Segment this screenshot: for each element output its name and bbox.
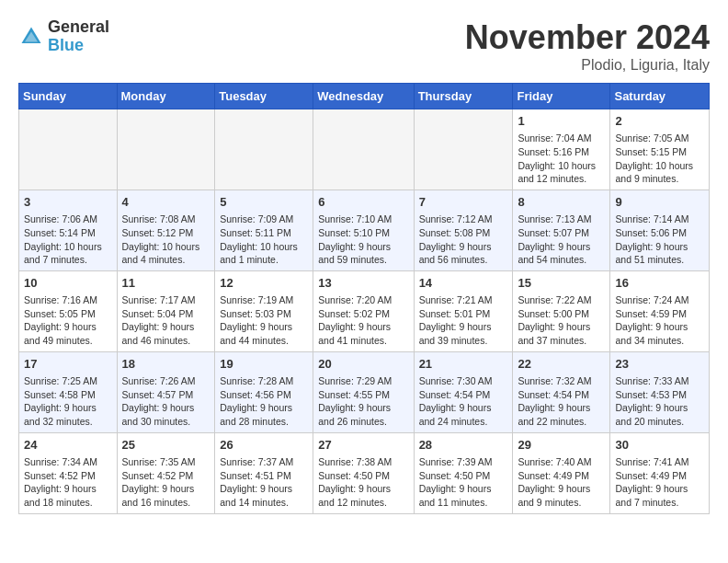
day-number: 20	[318, 356, 408, 373]
day-number: 2	[615, 113, 704, 130]
day-info: Sunrise: 7:30 AM Sunset: 4:54 PM Dayligh…	[419, 374, 508, 429]
day-info: Sunrise: 7:19 AM Sunset: 5:03 PM Dayligh…	[220, 293, 308, 348]
weekday-header: Thursday	[414, 84, 513, 109]
calendar-cell: 14Sunrise: 7:21 AM Sunset: 5:01 PM Dayli…	[414, 270, 513, 351]
calendar-cell: 10Sunrise: 7:16 AM Sunset: 5:05 PM Dayli…	[19, 270, 118, 351]
calendar-cell: 1Sunrise: 7:04 AM Sunset: 5:16 PM Daylig…	[513, 109, 610, 190]
day-number: 6	[318, 194, 408, 211]
day-number: 18	[122, 356, 210, 373]
calendar-cell: 22Sunrise: 7:32 AM Sunset: 4:54 PM Dayli…	[513, 351, 610, 432]
weekday-header: Monday	[117, 84, 215, 109]
logo-line2: Blue	[48, 37, 109, 55]
calendar-cell: 23Sunrise: 7:33 AM Sunset: 4:53 PM Dayli…	[610, 351, 710, 432]
day-info: Sunrise: 7:04 AM Sunset: 5:16 PM Dayligh…	[518, 132, 605, 186]
logo-icon	[18, 24, 44, 50]
calendar-cell: 11Sunrise: 7:17 AM Sunset: 5:04 PM Dayli…	[117, 270, 215, 351]
logo: General Blue	[18, 18, 109, 55]
day-number: 4	[122, 194, 210, 211]
day-number: 3	[24, 194, 112, 211]
day-info: Sunrise: 7:12 AM Sunset: 5:08 PM Dayligh…	[419, 213, 508, 267]
calendar-cell: 19Sunrise: 7:28 AM Sunset: 4:56 PM Dayli…	[215, 351, 313, 432]
weekday-header: Wednesday	[313, 84, 414, 109]
calendar-cell: 8Sunrise: 7:13 AM Sunset: 5:07 PM Daylig…	[513, 190, 610, 270]
day-info: Sunrise: 7:17 AM Sunset: 5:04 PM Dayligh…	[122, 293, 210, 348]
calendar-cell	[19, 109, 118, 190]
day-number: 30	[615, 437, 704, 454]
day-info: Sunrise: 7:16 AM Sunset: 5:05 PM Dayligh…	[24, 293, 112, 348]
calendar-cell: 7Sunrise: 7:12 AM Sunset: 5:08 PM Daylig…	[414, 190, 513, 270]
day-info: Sunrise: 7:09 AM Sunset: 5:11 PM Dayligh…	[220, 213, 308, 267]
day-number: 8	[518, 194, 605, 211]
logo-line1: General	[48, 18, 109, 37]
day-info: Sunrise: 7:40 AM Sunset: 4:49 PM Dayligh…	[518, 455, 605, 510]
calendar-header-row: SundayMondayTuesdayWednesdayThursdayFrid…	[19, 84, 710, 109]
calendar-cell: 25Sunrise: 7:35 AM Sunset: 4:52 PM Dayli…	[117, 432, 215, 513]
day-number: 10	[24, 275, 112, 292]
calendar-week-row: 17Sunrise: 7:25 AM Sunset: 4:58 PM Dayli…	[19, 351, 710, 432]
page-header: General Blue November 2024 Plodio, Ligur…	[18, 18, 710, 74]
day-info: Sunrise: 7:38 AM Sunset: 4:50 PM Dayligh…	[318, 455, 408, 510]
day-info: Sunrise: 7:08 AM Sunset: 5:12 PM Dayligh…	[122, 213, 210, 267]
day-info: Sunrise: 7:34 AM Sunset: 4:52 PM Dayligh…	[24, 455, 112, 510]
day-number: 19	[220, 356, 308, 373]
calendar-cell: 24Sunrise: 7:34 AM Sunset: 4:52 PM Dayli…	[19, 432, 118, 513]
day-info: Sunrise: 7:35 AM Sunset: 4:52 PM Dayligh…	[122, 455, 210, 510]
month-title: November 2024	[465, 18, 710, 57]
day-number: 26	[220, 437, 308, 454]
day-info: Sunrise: 7:22 AM Sunset: 5:00 PM Dayligh…	[518, 293, 605, 348]
calendar-week-row: 1Sunrise: 7:04 AM Sunset: 5:16 PM Daylig…	[19, 109, 710, 190]
calendar-cell: 29Sunrise: 7:40 AM Sunset: 4:49 PM Dayli…	[513, 432, 610, 513]
day-info: Sunrise: 7:39 AM Sunset: 4:50 PM Dayligh…	[419, 455, 508, 510]
day-info: Sunrise: 7:26 AM Sunset: 4:57 PM Dayligh…	[122, 374, 210, 429]
weekday-header: Sunday	[19, 84, 118, 109]
day-info: Sunrise: 7:21 AM Sunset: 5:01 PM Dayligh…	[419, 293, 508, 348]
calendar-cell: 17Sunrise: 7:25 AM Sunset: 4:58 PM Dayli…	[19, 351, 118, 432]
day-number: 15	[518, 275, 605, 292]
day-number: 16	[615, 275, 704, 292]
calendar-cell: 18Sunrise: 7:26 AM Sunset: 4:57 PM Dayli…	[117, 351, 215, 432]
calendar-cell: 15Sunrise: 7:22 AM Sunset: 5:00 PM Dayli…	[513, 270, 610, 351]
day-number: 12	[220, 275, 308, 292]
logo-text: General Blue	[48, 18, 109, 55]
day-info: Sunrise: 7:29 AM Sunset: 4:55 PM Dayligh…	[318, 374, 408, 429]
day-number: 22	[518, 356, 605, 373]
calendar-cell	[215, 109, 313, 190]
calendar-cell: 21Sunrise: 7:30 AM Sunset: 4:54 PM Dayli…	[414, 351, 513, 432]
day-number: 24	[24, 437, 112, 454]
weekday-header: Saturday	[610, 84, 710, 109]
calendar-week-row: 3Sunrise: 7:06 AM Sunset: 5:14 PM Daylig…	[19, 190, 710, 270]
day-info: Sunrise: 7:06 AM Sunset: 5:14 PM Dayligh…	[24, 213, 112, 267]
calendar-cell: 28Sunrise: 7:39 AM Sunset: 4:50 PM Dayli…	[414, 432, 513, 513]
day-number: 25	[122, 437, 210, 454]
location: Plodio, Liguria, Italy	[465, 57, 710, 74]
weekday-header: Friday	[513, 84, 610, 109]
calendar-cell: 6Sunrise: 7:10 AM Sunset: 5:10 PM Daylig…	[313, 190, 414, 270]
day-number: 21	[419, 356, 508, 373]
day-info: Sunrise: 7:41 AM Sunset: 4:49 PM Dayligh…	[615, 455, 704, 510]
calendar-table: SundayMondayTuesdayWednesdayThursdayFrid…	[18, 83, 710, 514]
day-info: Sunrise: 7:28 AM Sunset: 4:56 PM Dayligh…	[220, 374, 308, 429]
calendar-week-row: 24Sunrise: 7:34 AM Sunset: 4:52 PM Dayli…	[19, 432, 710, 513]
calendar-cell: 4Sunrise: 7:08 AM Sunset: 5:12 PM Daylig…	[117, 190, 215, 270]
day-number: 17	[24, 356, 112, 373]
day-number: 9	[615, 194, 704, 211]
calendar-cell	[414, 109, 513, 190]
calendar-cell: 26Sunrise: 7:37 AM Sunset: 4:51 PM Dayli…	[215, 432, 313, 513]
calendar-week-row: 10Sunrise: 7:16 AM Sunset: 5:05 PM Dayli…	[19, 270, 710, 351]
calendar-cell: 2Sunrise: 7:05 AM Sunset: 5:15 PM Daylig…	[610, 109, 710, 190]
day-number: 23	[615, 356, 704, 373]
day-info: Sunrise: 7:33 AM Sunset: 4:53 PM Dayligh…	[615, 374, 704, 429]
day-info: Sunrise: 7:20 AM Sunset: 5:02 PM Dayligh…	[318, 293, 408, 348]
calendar-cell: 3Sunrise: 7:06 AM Sunset: 5:14 PM Daylig…	[19, 190, 118, 270]
day-info: Sunrise: 7:25 AM Sunset: 4:58 PM Dayligh…	[24, 374, 112, 429]
day-number: 27	[318, 437, 408, 454]
day-number: 5	[220, 194, 308, 211]
title-section: November 2024 Plodio, Liguria, Italy	[465, 18, 710, 74]
calendar-cell: 27Sunrise: 7:38 AM Sunset: 4:50 PM Dayli…	[313, 432, 414, 513]
day-number: 28	[419, 437, 508, 454]
day-info: Sunrise: 7:24 AM Sunset: 4:59 PM Dayligh…	[615, 293, 704, 348]
day-info: Sunrise: 7:13 AM Sunset: 5:07 PM Dayligh…	[518, 213, 605, 267]
calendar-cell: 9Sunrise: 7:14 AM Sunset: 5:06 PM Daylig…	[610, 190, 710, 270]
calendar-cell: 20Sunrise: 7:29 AM Sunset: 4:55 PM Dayli…	[313, 351, 414, 432]
day-info: Sunrise: 7:05 AM Sunset: 5:15 PM Dayligh…	[615, 132, 704, 186]
